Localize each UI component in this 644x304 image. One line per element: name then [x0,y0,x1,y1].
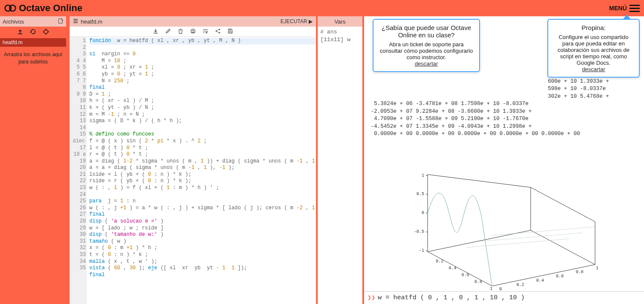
gutter: 1 2 3 4 4 5 5 6 6 7 7 8 9 9 10 11 12 13 … [70,37,87,304]
svg-text:0.6: 0.6 [462,273,469,277]
prompt-icon: ❯❯ [368,294,375,302]
files-toolbar [0,27,66,38]
svg-text:0.8: 0.8 [474,280,482,284]
file-item-heatfd[interactable]: heatfd.m [0,38,66,47]
svg-text:0: 0 [499,287,502,292]
menu-button[interactable]: MENÚ [609,5,640,12]
tip2-title: Propina: [554,24,633,31]
vars-body: # ans [11x11] w [318,27,362,45]
command-prompt[interactable]: ❯❯ w = heatfd ( 0 , 1 , 0 , 1 , 10 , 10 … [364,291,644,304]
files-sidebar: Archivos heatfd.m Arrastra los archivos … [0,16,68,304]
link-icon[interactable] [43,28,49,36]
drop-hint: Arrastra los archivos aquí para subirlos [0,47,66,70]
download-icon[interactable] [152,28,159,36]
svg-line-26 [479,233,582,241]
svg-text:0.4: 0.4 [449,266,456,271]
editor-header: heatfd.m EJECUTAR ▶ [70,16,316,27]
app-title: Octave Online [19,3,82,14]
files-title: Archivos [3,18,24,25]
refresh-icon[interactable] [30,28,36,36]
tip1-body: Abra un ticket de soporte para consultar… [380,41,473,60]
svg-text:1: 1 [490,286,492,291]
svg-rect-8 [229,29,231,30]
var-w[interactable]: [11x11] w [320,36,360,44]
new-file-icon[interactable] [58,18,64,25]
code-lines[interactable]: función w = heatfd ( xl , xr , yb , yt ,… [87,37,316,304]
code-editor[interactable]: 1 2 3 4 4 5 5 6 6 7 7 8 9 9 10 11 12 13 … [70,37,316,304]
tip-sharing: Propina: Configure el uso compartido par… [547,19,640,78]
svg-line-25 [492,227,595,235]
svg-text:1: 1 [596,266,598,271]
vars-panel: Vars # ans [11x11] w [316,16,362,304]
editor-toolbar [70,27,316,37]
tip-classroom: ¿Sabía que puede usar Octave Online en s… [373,19,480,72]
svg-text:0.2: 0.2 [516,283,524,287]
save-icon[interactable] [227,28,234,36]
output-panel: 00e + 00 0.0000e + 0 943e + 10 1.2998e +… [362,16,644,304]
tip1-title: ¿Sabía que puede usar Octave Online en s… [380,24,473,39]
top-bar: Octave Online MENÚ [0,0,644,16]
svg-text:0.2: 0.2 [436,259,444,264]
surface-plot[interactable]: 1 0.5 0 -0.5 -1 [393,162,608,292]
tip-arrow-icon [623,15,631,20]
editor-panel: heatfd.m EJECUTAR ▶ 1 2 3 4 4 5 5 6 6 7 … [68,16,316,304]
svg-text:0.6: 0.6 [556,274,564,279]
tip1-dismiss[interactable]: descartar [415,60,438,67]
var-ans[interactable]: # ans [320,28,360,36]
logo-icon [4,2,16,14]
logo[interactable]: Octave Online [4,2,82,14]
svg-text:0.5: 0.5 [416,192,424,196]
share-icon[interactable] [215,28,221,36]
hamburger-icon [629,5,640,12]
svg-point-1 [9,5,15,11]
svg-text:0: 0 [422,211,424,215]
svg-text:0.4: 0.4 [536,278,544,283]
svg-rect-9 [229,31,231,33]
svg-text:-1: -1 [419,248,424,253]
tip2-dismiss[interactable]: descartar [582,66,605,72]
svg-line-27 [466,239,569,247]
prompt-input[interactable]: w = heatfd ( 0 , 1 , 0 , 1 , 10 , 10 ) [378,294,525,301]
files-header: Archivos [0,16,66,27]
hamburger-small-icon[interactable] [73,18,78,25]
svg-line-23 [531,187,595,222]
trash-icon[interactable] [177,28,184,36]
upload-icon[interactable] [17,28,24,36]
wrap-icon[interactable] [202,28,209,36]
svg-rect-3 [191,29,194,30]
svg-text:1: 1 [422,173,424,178]
run-button[interactable]: EJECUTAR ▶ [280,18,313,24]
tip2-body: Configure el uso compartido para que pue… [554,34,633,66]
svg-line-24 [428,175,531,187]
svg-text:0.8: 0.8 [576,270,583,274]
print-icon[interactable] [190,28,196,36]
menu-label: MENÚ [609,5,627,12]
editor-filename: heatfd.m [81,18,103,25]
edit-icon[interactable] [165,28,171,36]
vars-title: Vars [318,16,362,27]
svg-text:-0.5: -0.5 [414,229,424,234]
